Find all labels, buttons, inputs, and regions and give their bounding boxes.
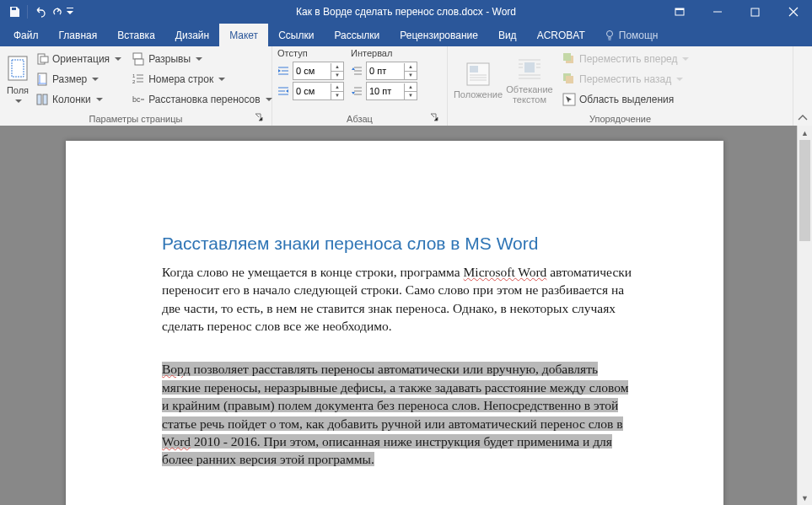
document-page[interactable]: Расставляем знаки переноса слов в MS Wor… [66, 141, 723, 505]
line-numbers-icon: 12 [132, 73, 145, 86]
tell-me[interactable]: Помощн [595, 24, 667, 46]
ribbon-options-button[interactable] [660, 0, 698, 24]
tab-layout[interactable]: Макет [219, 24, 268, 46]
spin-up[interactable]: ▲ [331, 83, 343, 92]
scroll-down-button[interactable]: ▼ [798, 491, 812, 505]
svg-rect-1 [675, 8, 684, 10]
orientation-label: Ориентация [52, 53, 110, 65]
hyphenation-icon: bc [132, 93, 145, 106]
undo-button[interactable] [31, 3, 50, 21]
spin-up[interactable]: ▲ [405, 83, 417, 92]
hyphenation-button[interactable]: bcРасстановка переносов [128, 90, 276, 109]
spin-down[interactable]: ▼ [331, 92, 343, 99]
forward-label: Переместить вперед [579, 53, 677, 65]
save-button[interactable] [5, 3, 24, 21]
position-icon [465, 61, 492, 88]
space-after-input[interactable]: ▲▼ [366, 82, 417, 100]
position-button[interactable]: Положение [453, 48, 503, 110]
columns-label: Колонки [52, 94, 91, 105]
qat-separator [27, 5, 28, 19]
svg-rect-22 [566, 76, 573, 83]
svg-rect-9 [37, 94, 41, 105]
breaks-icon [132, 52, 145, 66]
hyphenation-label: Расстановка переносов [148, 94, 261, 105]
spin-up[interactable]: ▲ [405, 63, 417, 72]
doc-paragraph-2-selected: Ворд позволяет расставлять переносы авто… [162, 360, 636, 468]
svg-rect-18 [524, 62, 535, 73]
breaks-button[interactable]: Разрывы [128, 50, 276, 68]
columns-button[interactable]: Колонки [32, 90, 125, 109]
margins-label: Поля [7, 85, 29, 95]
bring-forward-button[interactable]: Переместить вперед [559, 50, 692, 68]
svg-text:2: 2 [132, 79, 136, 84]
page-setup-group-label: Параметры страницы [89, 114, 183, 124]
backward-icon [562, 73, 576, 86]
tab-view[interactable]: Вид [488, 24, 527, 46]
space-before-input[interactable]: ▲▼ [366, 62, 417, 80]
svg-rect-17 [470, 66, 478, 73]
svg-rect-10 [43, 94, 47, 105]
doc-paragraph-1: Когда слово не умещается в конце строки,… [162, 263, 636, 336]
line-numbers-label: Номера строк [148, 73, 213, 85]
svg-rect-2 [751, 8, 759, 16]
close-button[interactable] [774, 0, 812, 24]
svg-rect-12 [135, 59, 143, 65]
space-before-icon [351, 65, 364, 77]
spin-down[interactable]: ▼ [405, 92, 417, 99]
paragraph-launcher[interactable] [430, 113, 440, 123]
arrange-group-label: Упорядочение [453, 112, 788, 126]
indent-label: Отступ [277, 48, 344, 60]
wrap-icon [516, 56, 543, 83]
columns-icon [35, 93, 49, 106]
tab-mailings[interactable]: Рассылки [324, 24, 390, 46]
orientation-button[interactable]: Ориентация [32, 50, 125, 68]
maximize-button[interactable] [736, 0, 774, 24]
vertical-scrollbar[interactable]: ▲ ▼ [797, 126, 812, 505]
tab-home[interactable]: Главная [49, 24, 108, 46]
svg-text:bc: bc [132, 95, 141, 104]
tab-review[interactable]: Рецензирование [390, 24, 488, 46]
svg-rect-7 [40, 56, 48, 62]
selection-pane-icon [562, 93, 576, 106]
qat-customize[interactable] [65, 3, 75, 21]
size-icon [35, 73, 49, 86]
indent-right-icon [277, 85, 291, 97]
minimize-button[interactable] [698, 0, 736, 24]
spin-down[interactable]: ▼ [405, 72, 417, 79]
svg-point-3 [606, 30, 612, 36]
tab-design[interactable]: Дизайн [165, 24, 219, 46]
indent-right-input[interactable]: ▲▼ [293, 82, 344, 100]
position-label: Положение [454, 89, 503, 99]
spin-up[interactable]: ▲ [331, 63, 343, 72]
tab-references[interactable]: Ссылки [268, 24, 324, 46]
spacing-label: Интервал [351, 48, 417, 60]
size-label: Размер [52, 73, 87, 85]
selection-pane-button[interactable]: Область выделения [559, 90, 692, 109]
page-setup-launcher[interactable] [255, 113, 265, 123]
send-backward-button[interactable]: Переместить назад [559, 70, 692, 89]
tab-acrobat[interactable]: ACROBAT [527, 24, 595, 46]
collapse-ribbon-button[interactable] [798, 114, 808, 122]
svg-text:1: 1 [132, 73, 136, 78]
doc-heading: Расставляем знаки переноса слов в MS Wor… [162, 232, 636, 256]
svg-rect-20 [563, 53, 571, 61]
wrap-text-button[interactable]: Обтекание текстом [503, 48, 556, 110]
tab-insert[interactable]: Вставка [107, 24, 165, 46]
scroll-up-button[interactable]: ▲ [798, 126, 812, 140]
scroll-thumb[interactable] [799, 140, 810, 241]
margins-button[interactable]: Поля [5, 48, 30, 110]
wrap-label: Обтекание текстом [503, 84, 556, 105]
svg-rect-11 [133, 53, 142, 59]
size-button[interactable]: Размер [32, 70, 125, 89]
backward-label: Переместить назад [579, 73, 671, 85]
forward-icon [562, 52, 576, 66]
indent-left-input[interactable]: ▲▼ [293, 62, 344, 80]
spin-down[interactable]: ▼ [331, 72, 343, 79]
tab-file[interactable]: Файл [3, 24, 49, 46]
lightbulb-icon [604, 30, 616, 41]
breaks-label: Разрывы [148, 53, 191, 65]
redo-button[interactable] [51, 3, 63, 21]
tell-me-label: Помощн [619, 30, 659, 41]
indent-left-icon [277, 65, 291, 77]
line-numbers-button[interactable]: 12Номера строк [128, 70, 276, 89]
